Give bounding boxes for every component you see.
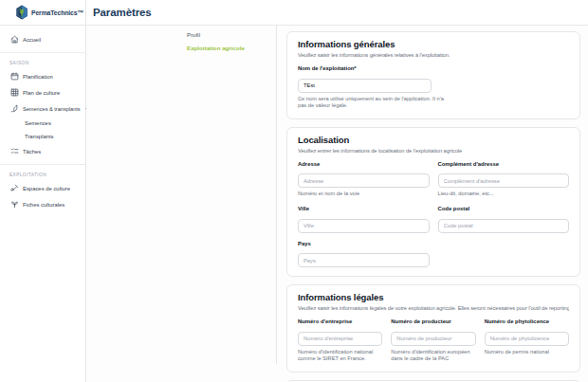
subnav-item-profil[interactable]: Profil — [187, 31, 276, 38]
sidebar-item-label: Accueil — [23, 37, 41, 43]
pays-input[interactable] — [298, 253, 430, 267]
field-help: Numéro d'identification européen dans le… — [391, 349, 475, 363]
app-root: PermaTechnics™ Accueil SAISON Planificat… — [0, 0, 588, 382]
numero-phytolicence-input[interactable] — [485, 332, 569, 346]
page-title: Paramètres — [93, 7, 152, 18]
card-title: Localisation — [298, 135, 569, 145]
field-label: Numéro de producteur — [391, 318, 475, 324]
field-help: Numéro de permis national — [485, 349, 569, 356]
calendar-icon — [10, 72, 19, 81]
card-title: Informations légales — [298, 292, 569, 302]
sidebar-item-plan-de-culture[interactable]: Plan de culture — [0, 84, 85, 100]
field-help: Lieu-dit, domaine, etc... — [438, 191, 570, 198]
subnav-item-exploitation-agricole[interactable]: Exploitation agricole — [187, 45, 276, 51]
field-nom-exploitation: Nom de l'exploitation* Ce nom sera utili… — [298, 65, 569, 110]
settings-form: Informations générales Veuillez saisir l… — [277, 26, 588, 382]
field-numero-entreprise: Numéro d'entreprise Numéro d'identificat… — [298, 318, 382, 363]
adresse-input[interactable] — [298, 173, 430, 188]
sidebar-item-label: Planification — [23, 74, 53, 80]
brand-logo[interactable]: PermaTechnics™ — [0, 0, 85, 26]
field-help: Numéro d'identification national comme l… — [298, 349, 382, 363]
sidebar: PermaTechnics™ Accueil SAISON Planificat… — [0, 0, 86, 382]
field-label: Adresse — [298, 161, 430, 167]
field-label: Ville — [298, 206, 430, 211]
card-subtitle: Veuillez saisir les informations général… — [298, 52, 569, 58]
field-label: Complément d'adresse — [438, 161, 570, 167]
field-help: Ce nom sera utilisé uniquement au sein d… — [298, 96, 451, 110]
field-pays: Pays — [298, 241, 430, 268]
field-help: Numéro et nom de la voie — [298, 191, 430, 198]
code-postal-input[interactable] — [438, 219, 570, 233]
field-ville: Ville — [298, 206, 430, 233]
field-complement-adresse: Complément d'adresse Lieu-dit, domaine, … — [438, 161, 570, 198]
field-numero-phytolicence: Numéro de phytolicence Numéro de permis … — [485, 318, 569, 363]
complement-adresse-input[interactable] — [438, 173, 570, 188]
sidebar-item-label: Semences — [25, 120, 51, 126]
sidebar-item-label: Transplants — [25, 134, 54, 139]
nom-exploitation-input[interactable] — [298, 79, 432, 93]
grid-icon — [10, 88, 19, 97]
field-label: Code postal — [438, 206, 570, 211]
sidebar-item-semences-transplants[interactable]: Semences & transplants — [0, 100, 85, 117]
plant-icon — [10, 200, 19, 209]
card-subtitle: Veuillez saisir les informations légales… — [298, 305, 569, 311]
brand-name: PermaTechnics™ — [31, 9, 83, 16]
sidebar-item-label: Semences & transplants — [23, 106, 81, 112]
shovel-icon — [10, 184, 19, 192]
ville-input[interactable] — [298, 219, 430, 233]
sidebar-item-semences[interactable]: Semences — [0, 117, 85, 130]
sidebar-item-espaces-de-culture[interactable]: Espaces de culture — [0, 180, 85, 196]
home-icon — [10, 35, 19, 44]
card-localisation: Localisation Veuillez entrer les informa… — [286, 127, 580, 277]
card-informations-legales: Informations légales Veuillez saisir les… — [286, 284, 580, 373]
sidebar-item-label: Fiches culturales — [23, 202, 64, 208]
numero-producteur-input[interactable] — [391, 332, 475, 346]
sidebar-item-planification[interactable]: Planification — [0, 68, 85, 84]
field-label: Pays — [298, 241, 430, 246]
sidebar-item-label: Tâches — [23, 149, 41, 155]
sidebar-item-accueil[interactable]: Accueil — [0, 31, 85, 47]
field-label: Numéro d'entreprise — [298, 318, 382, 324]
card-title: Informations générales — [298, 39, 569, 49]
settings-subnav: Profil Exploitation agricole — [86, 26, 277, 364]
sidebar-item-fiches-culturales[interactable]: Fiches culturales — [0, 196, 85, 212]
field-numero-producteur: Numéro de producteur Numéro d'identifica… — [391, 318, 475, 363]
sidebar-section-exploitation: EXPLOITATION — [0, 170, 85, 180]
sidebar-item-transplants[interactable]: Transplants — [0, 130, 85, 143]
card-informations-generales: Informations générales Veuillez saisir l… — [286, 31, 580, 119]
field-label: Numéro de phytolicence — [485, 318, 569, 324]
sidebar-divider — [0, 164, 85, 165]
brand-hexagon-icon — [15, 5, 28, 20]
field-label: Nom de l'exploitation* — [298, 65, 569, 71]
seed-icon — [10, 104, 19, 113]
sidebar-item-taches[interactable]: Tâches — [0, 143, 85, 159]
field-adresse: Adresse Numéro et nom de la voie — [298, 161, 430, 198]
sidebar-item-label: Plan de culture — [23, 90, 60, 96]
settings-content: Profil Exploitation agricole Information… — [86, 26, 588, 382]
tasks-icon — [10, 147, 19, 155]
numero-entreprise-input[interactable] — [298, 332, 382, 346]
field-code-postal: Code postal — [438, 206, 570, 233]
top-bar: Paramètres — [86, 0, 588, 26]
sidebar-nav: Accueil SAISON Planification Plan de cul… — [0, 26, 85, 212]
sidebar-section-saison: SAISON — [0, 58, 85, 68]
sidebar-divider — [0, 52, 85, 53]
main-area: Paramètres Profil Exploitation agricole … — [86, 0, 588, 382]
sidebar-item-label: Espaces de culture — [23, 186, 70, 191]
